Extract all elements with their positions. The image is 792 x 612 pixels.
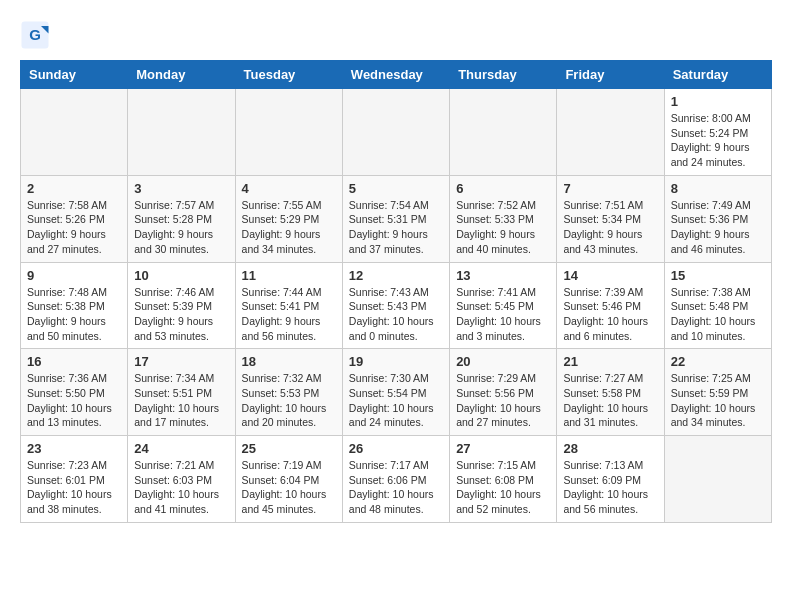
day-number: 6	[456, 181, 550, 196]
logo: G	[20, 20, 52, 50]
calendar-cell: 12Sunrise: 7:43 AM Sunset: 5:43 PM Dayli…	[342, 262, 449, 349]
calendar-cell	[235, 89, 342, 176]
calendar-cell: 25Sunrise: 7:19 AM Sunset: 6:04 PM Dayli…	[235, 436, 342, 523]
day-number: 1	[671, 94, 765, 109]
calendar-week-row: 9Sunrise: 7:48 AM Sunset: 5:38 PM Daylig…	[21, 262, 772, 349]
calendar-cell: 17Sunrise: 7:34 AM Sunset: 5:51 PM Dayli…	[128, 349, 235, 436]
day-info: Sunrise: 7:36 AM Sunset: 5:50 PM Dayligh…	[27, 371, 121, 430]
day-info: Sunrise: 7:39 AM Sunset: 5:46 PM Dayligh…	[563, 285, 657, 344]
day-info: Sunrise: 7:58 AM Sunset: 5:26 PM Dayligh…	[27, 198, 121, 257]
calendar-week-row: 23Sunrise: 7:23 AM Sunset: 6:01 PM Dayli…	[21, 436, 772, 523]
day-number: 27	[456, 441, 550, 456]
day-number: 26	[349, 441, 443, 456]
calendar-cell: 24Sunrise: 7:21 AM Sunset: 6:03 PM Dayli…	[128, 436, 235, 523]
calendar-cell	[128, 89, 235, 176]
day-info: Sunrise: 7:52 AM Sunset: 5:33 PM Dayligh…	[456, 198, 550, 257]
day-number: 19	[349, 354, 443, 369]
day-info: Sunrise: 7:41 AM Sunset: 5:45 PM Dayligh…	[456, 285, 550, 344]
calendar-cell: 11Sunrise: 7:44 AM Sunset: 5:41 PM Dayli…	[235, 262, 342, 349]
day-number: 24	[134, 441, 228, 456]
calendar-cell: 5Sunrise: 7:54 AM Sunset: 5:31 PM Daylig…	[342, 175, 449, 262]
calendar-cell	[342, 89, 449, 176]
day-number: 15	[671, 268, 765, 283]
day-number: 3	[134, 181, 228, 196]
day-number: 9	[27, 268, 121, 283]
calendar-cell: 6Sunrise: 7:52 AM Sunset: 5:33 PM Daylig…	[450, 175, 557, 262]
calendar-cell: 1Sunrise: 8:00 AM Sunset: 5:24 PM Daylig…	[664, 89, 771, 176]
day-info: Sunrise: 7:15 AM Sunset: 6:08 PM Dayligh…	[456, 458, 550, 517]
page-header: G	[20, 20, 772, 50]
day-number: 2	[27, 181, 121, 196]
day-info: Sunrise: 7:19 AM Sunset: 6:04 PM Dayligh…	[242, 458, 336, 517]
calendar-cell: 8Sunrise: 7:49 AM Sunset: 5:36 PM Daylig…	[664, 175, 771, 262]
calendar-cell: 28Sunrise: 7:13 AM Sunset: 6:09 PM Dayli…	[557, 436, 664, 523]
day-number: 8	[671, 181, 765, 196]
day-number: 28	[563, 441, 657, 456]
day-info: Sunrise: 7:27 AM Sunset: 5:58 PM Dayligh…	[563, 371, 657, 430]
svg-text:G: G	[29, 26, 41, 43]
day-info: Sunrise: 7:49 AM Sunset: 5:36 PM Dayligh…	[671, 198, 765, 257]
weekday-header-wednesday: Wednesday	[342, 61, 449, 89]
day-info: Sunrise: 7:21 AM Sunset: 6:03 PM Dayligh…	[134, 458, 228, 517]
calendar-cell: 15Sunrise: 7:38 AM Sunset: 5:48 PM Dayli…	[664, 262, 771, 349]
day-info: Sunrise: 7:25 AM Sunset: 5:59 PM Dayligh…	[671, 371, 765, 430]
calendar-cell: 13Sunrise: 7:41 AM Sunset: 5:45 PM Dayli…	[450, 262, 557, 349]
day-number: 7	[563, 181, 657, 196]
calendar-cell: 22Sunrise: 7:25 AM Sunset: 5:59 PM Dayli…	[664, 349, 771, 436]
weekday-header-monday: Monday	[128, 61, 235, 89]
day-info: Sunrise: 7:23 AM Sunset: 6:01 PM Dayligh…	[27, 458, 121, 517]
day-number: 12	[349, 268, 443, 283]
weekday-header-thursday: Thursday	[450, 61, 557, 89]
calendar-cell: 9Sunrise: 7:48 AM Sunset: 5:38 PM Daylig…	[21, 262, 128, 349]
day-number: 18	[242, 354, 336, 369]
calendar-cell: 26Sunrise: 7:17 AM Sunset: 6:06 PM Dayli…	[342, 436, 449, 523]
day-number: 11	[242, 268, 336, 283]
day-number: 5	[349, 181, 443, 196]
day-number: 20	[456, 354, 550, 369]
day-info: Sunrise: 7:44 AM Sunset: 5:41 PM Dayligh…	[242, 285, 336, 344]
calendar-cell	[450, 89, 557, 176]
day-info: Sunrise: 7:43 AM Sunset: 5:43 PM Dayligh…	[349, 285, 443, 344]
day-number: 17	[134, 354, 228, 369]
calendar-cell: 10Sunrise: 7:46 AM Sunset: 5:39 PM Dayli…	[128, 262, 235, 349]
calendar-cell	[21, 89, 128, 176]
calendar-table: SundayMondayTuesdayWednesdayThursdayFrid…	[20, 60, 772, 523]
day-number: 10	[134, 268, 228, 283]
day-info: Sunrise: 7:57 AM Sunset: 5:28 PM Dayligh…	[134, 198, 228, 257]
day-number: 22	[671, 354, 765, 369]
calendar-week-row: 1Sunrise: 8:00 AM Sunset: 5:24 PM Daylig…	[21, 89, 772, 176]
logo-icon: G	[20, 20, 50, 50]
day-number: 25	[242, 441, 336, 456]
day-info: Sunrise: 7:13 AM Sunset: 6:09 PM Dayligh…	[563, 458, 657, 517]
calendar-cell: 14Sunrise: 7:39 AM Sunset: 5:46 PM Dayli…	[557, 262, 664, 349]
day-number: 16	[27, 354, 121, 369]
day-info: Sunrise: 7:34 AM Sunset: 5:51 PM Dayligh…	[134, 371, 228, 430]
day-info: Sunrise: 7:29 AM Sunset: 5:56 PM Dayligh…	[456, 371, 550, 430]
weekday-header-saturday: Saturday	[664, 61, 771, 89]
day-info: Sunrise: 8:00 AM Sunset: 5:24 PM Dayligh…	[671, 111, 765, 170]
day-number: 14	[563, 268, 657, 283]
calendar-cell: 3Sunrise: 7:57 AM Sunset: 5:28 PM Daylig…	[128, 175, 235, 262]
day-info: Sunrise: 7:32 AM Sunset: 5:53 PM Dayligh…	[242, 371, 336, 430]
day-number: 4	[242, 181, 336, 196]
calendar-cell: 27Sunrise: 7:15 AM Sunset: 6:08 PM Dayli…	[450, 436, 557, 523]
day-number: 21	[563, 354, 657, 369]
day-info: Sunrise: 7:48 AM Sunset: 5:38 PM Dayligh…	[27, 285, 121, 344]
day-info: Sunrise: 7:46 AM Sunset: 5:39 PM Dayligh…	[134, 285, 228, 344]
day-number: 13	[456, 268, 550, 283]
weekday-header-sunday: Sunday	[21, 61, 128, 89]
calendar-cell: 18Sunrise: 7:32 AM Sunset: 5:53 PM Dayli…	[235, 349, 342, 436]
calendar-week-row: 16Sunrise: 7:36 AM Sunset: 5:50 PM Dayli…	[21, 349, 772, 436]
calendar-cell: 23Sunrise: 7:23 AM Sunset: 6:01 PM Dayli…	[21, 436, 128, 523]
calendar-cell: 20Sunrise: 7:29 AM Sunset: 5:56 PM Dayli…	[450, 349, 557, 436]
calendar-week-row: 2Sunrise: 7:58 AM Sunset: 5:26 PM Daylig…	[21, 175, 772, 262]
day-info: Sunrise: 7:51 AM Sunset: 5:34 PM Dayligh…	[563, 198, 657, 257]
calendar-cell: 21Sunrise: 7:27 AM Sunset: 5:58 PM Dayli…	[557, 349, 664, 436]
day-info: Sunrise: 7:30 AM Sunset: 5:54 PM Dayligh…	[349, 371, 443, 430]
calendar-cell: 16Sunrise: 7:36 AM Sunset: 5:50 PM Dayli…	[21, 349, 128, 436]
day-info: Sunrise: 7:55 AM Sunset: 5:29 PM Dayligh…	[242, 198, 336, 257]
calendar-cell: 7Sunrise: 7:51 AM Sunset: 5:34 PM Daylig…	[557, 175, 664, 262]
calendar-cell	[664, 436, 771, 523]
calendar-cell	[557, 89, 664, 176]
weekday-header-row: SundayMondayTuesdayWednesdayThursdayFrid…	[21, 61, 772, 89]
